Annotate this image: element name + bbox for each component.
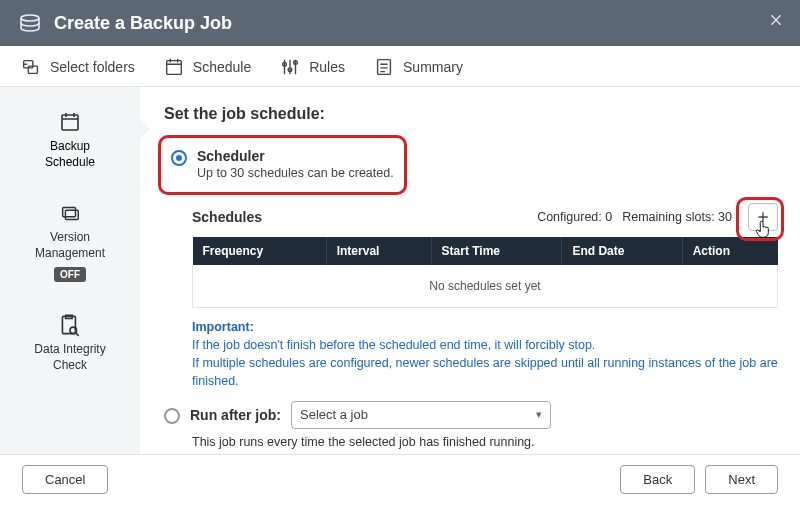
col-start-time: Start Time xyxy=(431,237,562,265)
dialog-footer: Cancel Back Next xyxy=(0,455,800,504)
schedules-header: Schedules Configured: 0 Remaining slots:… xyxy=(192,203,778,231)
schedules-empty: No schedules set yet xyxy=(193,265,778,308)
svg-rect-9 xyxy=(63,208,76,217)
select-placeholder: Select a job xyxy=(300,407,368,422)
step-label: Select folders xyxy=(50,59,135,75)
svg-rect-10 xyxy=(65,210,78,219)
stack-icon xyxy=(55,200,85,226)
svg-rect-8 xyxy=(62,115,78,130)
step-select-folders[interactable]: Select folders xyxy=(20,56,135,78)
col-frequency: Frequency xyxy=(193,237,327,265)
sidebar-label: Version Management xyxy=(35,230,105,261)
disk-icon xyxy=(18,11,42,35)
highlight-scheduler: Scheduler Up to 30 schedules can be crea… xyxy=(158,135,407,195)
important-line: If multiple schedules are configured, ne… xyxy=(192,354,778,390)
radio-scheduler[interactable] xyxy=(171,150,187,166)
main-area: Backup Schedule Version Management OFF D… xyxy=(0,87,800,455)
option-run-after-job[interactable]: Run after job: Select a job ▾ xyxy=(164,401,778,429)
col-interval: Interval xyxy=(326,237,431,265)
schedules-title: Schedules xyxy=(192,209,262,225)
sidebar-item-backup-schedule[interactable]: Backup Schedule xyxy=(0,105,140,174)
schedule-sidebar: Backup Schedule Version Management OFF D… xyxy=(0,87,140,454)
calendar-icon xyxy=(55,109,85,135)
schedules-block: Schedules Configured: 0 Remaining slots:… xyxy=(192,203,778,308)
col-action: Action xyxy=(682,237,777,265)
svg-point-0 xyxy=(21,15,39,21)
col-end-date: End Date xyxy=(562,237,682,265)
content-panel: Set the job schedule: Scheduler Up to 30… xyxy=(140,87,800,454)
add-schedule-button[interactable] xyxy=(748,203,778,231)
svg-rect-3 xyxy=(166,61,181,75)
important-line: If the job doesn't finish before the sch… xyxy=(192,336,778,354)
important-note: Important: If the job doesn't finish bef… xyxy=(192,318,778,391)
radio-run-after[interactable] xyxy=(164,408,180,424)
schedules-table: Frequency Interval Start Time End Date A… xyxy=(192,237,778,308)
important-title: Important: xyxy=(192,318,778,336)
step-schedule[interactable]: Schedule xyxy=(163,56,251,78)
close-button[interactable] xyxy=(764,8,788,32)
step-label: Summary xyxy=(403,59,463,75)
next-button[interactable]: Next xyxy=(705,465,778,494)
step-rules[interactable]: Rules xyxy=(279,56,345,78)
sidebar-label: Data Integrity Check xyxy=(34,342,105,373)
option-scheduler[interactable]: Scheduler Up to 30 schedules can be crea… xyxy=(171,144,394,184)
scheduler-label: Scheduler xyxy=(197,148,394,164)
clipboard-search-icon xyxy=(55,312,85,338)
scheduler-desc: Up to 30 schedules can be created. xyxy=(197,166,394,180)
run-after-desc: This job runs every time the selected jo… xyxy=(192,435,778,449)
select-job-dropdown[interactable]: Select a job ▾ xyxy=(291,401,551,429)
schedules-counts: Configured: 0 Remaining slots: 30 xyxy=(537,203,778,231)
wizard-steps: Select folders Schedule Rules Summary xyxy=(0,46,800,87)
step-label: Schedule xyxy=(193,59,251,75)
chevron-down-icon: ▾ xyxy=(536,408,542,421)
cancel-button[interactable]: Cancel xyxy=(22,465,108,494)
section-heading: Set the job schedule: xyxy=(164,105,778,123)
dialog-title: Create a Backup Job xyxy=(54,13,232,34)
dialog-header: Create a Backup Job xyxy=(0,0,800,46)
step-summary[interactable]: Summary xyxy=(373,56,463,78)
step-label: Rules xyxy=(309,59,345,75)
sidebar-label: Backup Schedule xyxy=(45,139,95,170)
off-badge: OFF xyxy=(54,267,86,282)
sidebar-item-version-management[interactable]: Version Management OFF xyxy=(0,196,140,286)
sidebar-item-integrity-check[interactable]: Data Integrity Check xyxy=(0,308,140,377)
run-after-label: Run after job: xyxy=(190,407,281,423)
back-button[interactable]: Back xyxy=(620,465,695,494)
